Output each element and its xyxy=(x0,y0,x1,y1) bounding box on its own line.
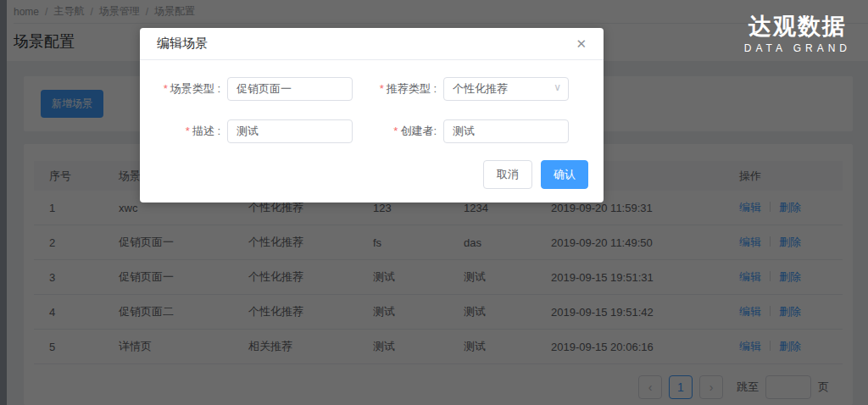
required-mark: * xyxy=(393,125,398,137)
rec-type-select-value[interactable] xyxy=(443,77,569,101)
creator-label: *创建者: xyxy=(353,124,443,139)
edit-scene-dialog: 编辑场景 ✕ *场景类型 : *推荐类型 : ∨ *描述 : *创建者: 取消 … xyxy=(140,28,604,202)
dialog-footer: 取消 确认 xyxy=(140,160,604,202)
dialog-title: 编辑场景 xyxy=(157,36,208,52)
dialog-header: 编辑场景 ✕ xyxy=(140,28,604,60)
rec-type-select[interactable]: ∨ xyxy=(443,77,569,101)
scene-type-label: *场景类型 : xyxy=(140,81,227,97)
rec-type-label: *推荐类型 : xyxy=(353,81,443,97)
required-mark: * xyxy=(164,82,168,95)
dialog-body: *场景类型 : *推荐类型 : ∨ *描述 : *创建者: xyxy=(140,60,604,162)
brand-logo-cn: 达观数据 xyxy=(744,14,851,40)
confirm-button[interactable]: 确认 xyxy=(541,160,588,189)
form-row-1: *场景类型 : *推荐类型 : ∨ xyxy=(140,77,604,101)
scene-type-label-text: 场景类型 : xyxy=(170,82,220,95)
description-label: *描述 : xyxy=(140,124,227,139)
required-mark: * xyxy=(380,82,384,95)
creator-input[interactable] xyxy=(443,119,569,143)
creator-label-text: 创建者: xyxy=(400,125,437,137)
collapsed-sidebar xyxy=(0,0,7,405)
scene-type-input[interactable] xyxy=(227,77,353,101)
form-row-2: *描述 : *创建者: xyxy=(140,119,604,143)
required-mark: * xyxy=(186,125,190,137)
brand-logo-en: DATA GRAND xyxy=(744,42,851,54)
rec-type-label-text: 推荐类型 : xyxy=(387,82,437,95)
cancel-button[interactable]: 取消 xyxy=(483,160,532,189)
brand-logo: 达观数据 DATA GRAND xyxy=(744,14,851,54)
description-input[interactable] xyxy=(227,119,353,143)
description-label-text: 描述 : xyxy=(192,125,220,137)
close-icon[interactable]: ✕ xyxy=(576,37,587,50)
